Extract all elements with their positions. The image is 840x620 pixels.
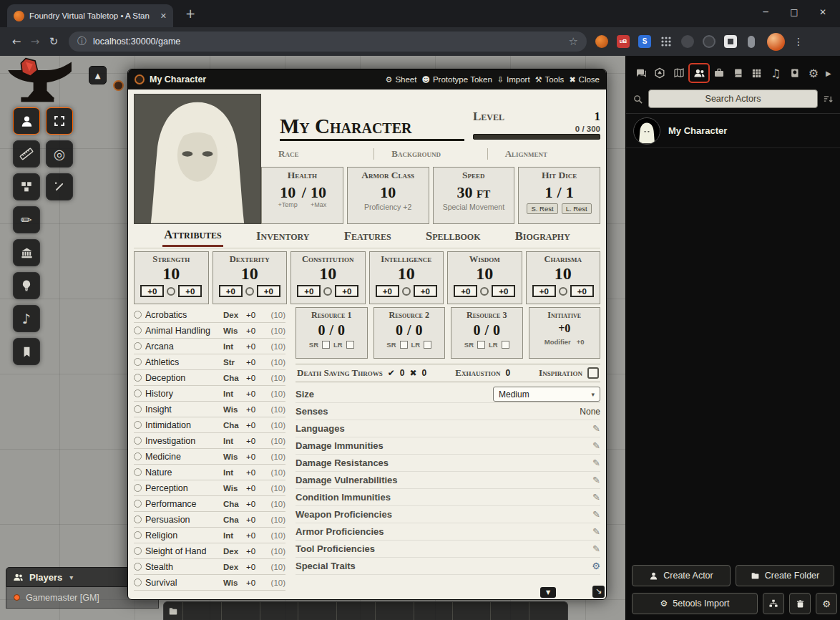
maximize-button[interactable]: □ — [780, 0, 809, 27]
skill-proficiency-toggle[interactable] — [134, 374, 142, 382]
skill-proficiency-toggle[interactable] — [134, 515, 142, 523]
edit-icon[interactable]: ✎ — [592, 543, 600, 554]
skill-row[interactable]: PerceptionWis+0(10) — [134, 480, 285, 496]
skill-proficiency-toggle[interactable] — [134, 547, 142, 555]
config-gear-icon[interactable]: ⚙ — [592, 561, 600, 571]
tile-controls-button[interactable] — [13, 173, 40, 200]
sound-controls-button[interactable]: ♪ — [13, 305, 40, 332]
ability-score[interactable]: 10 — [555, 265, 572, 283]
speed-value[interactable]: 30 ft — [457, 184, 491, 200]
tab-actors[interactable] — [688, 63, 710, 83]
short-rest-checkbox[interactable] — [400, 341, 408, 349]
tab-spellbook[interactable]: Spellbook — [424, 226, 482, 246]
new-tab-button[interactable]: + — [182, 6, 199, 23]
back-button[interactable]: ← — [7, 32, 26, 51]
extension-icon-ublock[interactable]: uB — [617, 35, 630, 48]
long-rest-checkbox[interactable] — [346, 341, 354, 349]
sort-icon[interactable] — [823, 94, 834, 105]
create-actor-button[interactable]: Create Actor — [632, 565, 731, 586]
ac-value[interactable]: 10 — [380, 184, 396, 200]
skill-row[interactable]: ReligionInt+0(10) — [134, 528, 285, 543]
hit-dice-max[interactable]: 1 — [566, 184, 574, 200]
bookmark-star-icon[interactable]: ☆ — [569, 35, 578, 48]
exhaustion-value[interactable]: 0 — [505, 368, 510, 378]
skill-row[interactable]: IntimidationCha+0(10) — [134, 417, 285, 433]
ability-score[interactable]: 10 — [162, 265, 180, 283]
macro-slot[interactable] — [529, 602, 567, 620]
save-proficiency-toggle[interactable] — [323, 287, 332, 296]
skill-proficiency-toggle[interactable] — [134, 578, 142, 586]
alignment-field[interactable]: Alignment — [487, 148, 600, 160]
ability-score[interactable]: 10 — [476, 265, 493, 283]
skill-row[interactable]: NatureInt+0(10) — [134, 465, 285, 480]
background-field[interactable]: Background — [373, 148, 487, 160]
extension-icon-5[interactable] — [681, 35, 694, 48]
hp-max[interactable]: 10 — [311, 184, 326, 200]
skill-row[interactable]: DeceptionCha+0(10) — [134, 370, 285, 386]
skill-proficiency-toggle[interactable] — [134, 389, 142, 397]
skill-row[interactable]: AthleticsStr+0(10) — [134, 354, 285, 370]
macro-slot[interactable] — [490, 602, 529, 620]
death-success-value[interactable]: 0 — [400, 368, 405, 378]
special-movement-label[interactable]: Special Movement — [443, 203, 504, 211]
url-text[interactable]: localhost:30000/game — [93, 37, 562, 47]
skill-proficiency-toggle[interactable] — [134, 484, 142, 492]
actor-name[interactable]: My Character — [668, 125, 727, 136]
skill-proficiency-toggle[interactable] — [134, 421, 142, 429]
save-proficiency-toggle[interactable] — [245, 287, 254, 296]
skill-row[interactable]: InsightWis+0(10) — [134, 402, 285, 417]
scroll-down-button[interactable]: ▼ — [540, 587, 556, 598]
long-rest-button[interactable]: L. Rest — [562, 203, 592, 214]
character-sheet-window[interactable]: My Character ⚙Sheet ☻Prototype Token ⇩Im… — [127, 69, 607, 600]
ability-save[interactable]: +0 — [492, 285, 515, 297]
nav-collapse-button[interactable]: ▲ — [89, 66, 107, 84]
tab-compendium[interactable] — [785, 63, 804, 83]
character-name[interactable]: My Character — [280, 113, 464, 141]
ability-save[interactable]: +0 — [178, 285, 202, 297]
hp-current[interactable]: 10 — [280, 184, 296, 200]
skill-row[interactable]: StealthDex+0(10) — [134, 559, 285, 575]
extension-icon-6[interactable] — [703, 35, 716, 48]
window-titlebar[interactable]: My Character ⚙Sheet ☻Prototype Token ⇩Im… — [128, 69, 606, 89]
edit-icon[interactable]: ✎ — [592, 475, 600, 485]
extension-icon-1[interactable] — [595, 35, 608, 48]
macro-slot[interactable] — [260, 602, 298, 620]
note-controls-button[interactable] — [13, 338, 40, 365]
tools-button[interactable]: ⚒Tools — [535, 75, 565, 84]
skill-proficiency-toggle[interactable] — [134, 405, 142, 413]
tab-inventory[interactable]: Inventory — [255, 226, 311, 246]
token-controls-button[interactable] — [13, 107, 40, 135]
initiative-mod[interactable]: +0 — [577, 338, 585, 346]
hotbar-folder-icon[interactable] — [164, 602, 182, 620]
resource-value[interactable]: 0 — [473, 322, 480, 339]
folder-tree-button[interactable] — [763, 593, 784, 614]
tab-journal[interactable] — [728, 63, 747, 83]
edit-icon[interactable]: ✎ — [592, 492, 600, 503]
skill-proficiency-toggle[interactable] — [134, 342, 142, 350]
skill-row[interactable]: InvestigationInt+0(10) — [134, 433, 285, 449]
resource-max[interactable]: 0 — [493, 322, 500, 339]
edit-icon[interactable]: ✎ — [592, 457, 600, 468]
close-window-button[interactable]: ✕ — [809, 0, 837, 27]
skill-row[interactable]: PersuasionCha+0(10) — [134, 512, 285, 528]
skill-row[interactable]: Animal HandlingWis+0(10) — [134, 323, 285, 339]
settings-button[interactable]: ⚙ — [816, 593, 837, 614]
tab-items[interactable] — [710, 63, 728, 83]
tab-close-icon[interactable]: ✕ — [160, 11, 167, 21]
tab-features[interactable]: Features — [343, 226, 393, 246]
edit-icon[interactable]: ✎ — [592, 526, 600, 537]
tab-scenes[interactable] — [670, 63, 688, 83]
ability-score[interactable]: 10 — [319, 265, 336, 283]
players-collapse-icon[interactable]: ▾ — [69, 573, 73, 581]
initiative-value[interactable]: +0 — [558, 322, 570, 335]
minimize-button[interactable]: ─ — [751, 0, 780, 27]
short-rest-checkbox[interactable] — [322, 341, 330, 349]
macro-slot[interactable] — [221, 602, 260, 620]
browser-tab[interactable]: Foundry Virtual Tabletop • A Stan ✕ — [7, 4, 173, 27]
death-fail-value[interactable]: 0 — [422, 368, 427, 378]
save-proficiency-toggle[interactable] — [402, 287, 411, 296]
5etools-import-button[interactable]: ⚙ 5etools Import — [632, 593, 758, 614]
close-sheet-button[interactable]: ✖Close — [569, 75, 600, 84]
xp-value[interactable]: 0 / 300 — [473, 125, 600, 133]
edit-icon[interactable]: ✎ — [592, 440, 600, 451]
